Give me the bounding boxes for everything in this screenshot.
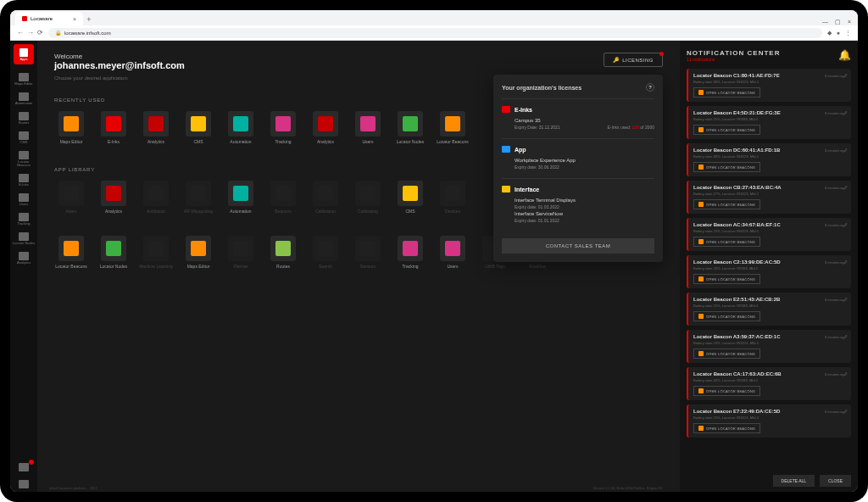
app-tile[interactable]: Tracking — [393, 236, 427, 270]
notification-card: ×Locator Beacon E7:22:49:DA:CE:5D3 minut… — [687, 404, 851, 438]
close-icon[interactable]: × — [844, 408, 848, 413]
app-glyph-icon — [233, 186, 248, 201]
notification-time: 3 minutes ago — [825, 410, 846, 414]
app-tile[interactable]: Automation — [224, 181, 258, 215]
contact-sales-button[interactable]: CONTACT SALES TEAM — [502, 238, 654, 254]
sidebar-item[interactable]: Locator Nodes — [12, 229, 36, 248]
app-tile[interactable]: Maps Editor — [54, 111, 88, 145]
beacon-icon — [698, 127, 704, 132]
app-tile[interactable]: CMS — [393, 181, 427, 215]
notification-meta: Battery state 26%, Location: RO333, Mfd … — [693, 266, 846, 271]
browser-tab[interactable]: Locaware × — [15, 12, 83, 25]
url-field[interactable]: 🔒 locaware.infsoft.com — [48, 28, 822, 38]
close-icon[interactable]: × — [844, 184, 848, 189]
tab-close-icon[interactable]: × — [73, 16, 76, 22]
app-tile[interactable]: Users — [436, 236, 470, 270]
close-icon[interactable]: × — [844, 147, 848, 152]
close-panel-button[interactable]: CLOSE — [820, 475, 851, 487]
app-tile[interactable]: Automation — [224, 111, 258, 145]
close-icon[interactable]: × — [844, 259, 848, 264]
sidebar-item[interactable]: Users — [12, 190, 36, 209]
app-tile[interactable]: Locator Nodes — [393, 111, 427, 145]
close-icon[interactable]: × — [844, 109, 848, 114]
open-locator-button[interactable]: OPEN LOCATOR BEACONS — [693, 274, 760, 284]
sidebar-item[interactable]: Maps Editor — [12, 70, 36, 89]
sidebar-item[interactable]: CMS — [12, 128, 36, 148]
open-locator-button[interactable]: OPEN LOCATOR BEACONS — [693, 199, 760, 209]
extensions-icon[interactable]: ◆ — [827, 30, 832, 36]
app-tile[interactable]: Locator Beacons — [54, 236, 88, 270]
close-icon[interactable]: × — [844, 333, 848, 338]
app-tile-label: Machine Learning — [139, 265, 173, 270]
open-locator-button[interactable]: OPEN LOCATOR BEACONS — [693, 311, 760, 321]
sidebar-item[interactable]: Routes — [12, 109, 36, 128]
app-tile[interactable]: Analytics — [97, 181, 131, 215]
app-tile[interactable]: Tracking — [266, 111, 300, 145]
app-tile-label: Users — [362, 140, 373, 145]
app-tile[interactable]: Maps Editor — [181, 236, 215, 270]
close-window-icon[interactable]: × — [848, 19, 851, 25]
sidebar-apps-button[interactable]: Apps — [14, 44, 34, 64]
app-tile[interactable]: Analytics — [139, 111, 173, 145]
app-tile[interactable]: E-Inks — [97, 111, 131, 145]
app-tile-icon-bg — [313, 181, 338, 206]
app-glyph-icon — [64, 116, 79, 131]
notification-card: ×Locator Beacon E4:5D:21:DE:FG:3E3 minut… — [687, 106, 851, 139]
sidebar-item[interactable]: E-Inks — [12, 170, 36, 190]
notification-panel: NOTIFICATION CENTER 11 notifications 🔔 ×… — [680, 41, 858, 492]
app-tile[interactable]: Analytics — [309, 111, 342, 145]
app-tile[interactable]: Routes — [266, 236, 300, 270]
app-tile[interactable]: Calibrating — [351, 181, 385, 215]
beacon-icon — [698, 202, 704, 207]
sidebar-notifications[interactable] — [12, 460, 36, 475]
new-tab-button[interactable]: + — [83, 14, 95, 25]
app-tile[interactable]: Planner — [224, 236, 258, 270]
app-tile[interactable]: Alarm — [54, 181, 88, 215]
app-tile-icon-bg — [313, 236, 338, 261]
sidebar-item-label: Locator Nodes — [13, 242, 35, 245]
close-icon[interactable]: × — [844, 221, 848, 226]
bell-icon[interactable]: 🔔 — [838, 49, 851, 61]
app-tile[interactable]: Machine Learning — [139, 236, 173, 270]
sidebar-settings[interactable] — [12, 477, 36, 492]
open-locator-button[interactable]: OPEN LOCATOR BEACONS — [693, 349, 760, 359]
sidebar-item[interactable]: Automation — [12, 89, 36, 109]
sidebar-item[interactable]: Locator Beacons — [12, 148, 36, 170]
open-locator-button[interactable]: OPEN LOCATOR BEACONS — [693, 386, 760, 396]
app-tile[interactable]: Sensors — [351, 236, 385, 270]
delete-all-button[interactable]: DELETE ALL — [773, 475, 815, 487]
open-locator-button[interactable]: OPEN LOCATOR BEACONS — [693, 125, 760, 135]
back-icon[interactable]: ← — [17, 29, 24, 36]
open-locator-button[interactable]: OPEN LOCATOR BEACONS — [693, 423, 760, 433]
app-tile-icon-bg — [143, 111, 169, 137]
app-tile[interactable]: Search — [309, 236, 342, 270]
minimize-icon[interactable]: — — [822, 19, 828, 25]
close-icon[interactable]: × — [844, 296, 848, 301]
licensing-button[interactable]: 🔑 LICENSING — [604, 53, 663, 67]
forward-icon[interactable]: → — [27, 29, 34, 36]
app-tile[interactable]: Locator Nodes — [97, 236, 131, 270]
reload-icon[interactable]: ⟳ — [37, 29, 43, 36]
app-tile[interactable]: Calibration — [309, 181, 342, 215]
app-tile[interactable]: Locator Beacons — [436, 111, 470, 145]
app-tile[interactable]: AR Wayguiding — [181, 181, 215, 215]
app-tile-label: Beacons — [275, 209, 291, 215]
sidebar-item[interactable]: Analytics — [12, 248, 36, 268]
app-tile[interactable]: Devices — [436, 181, 470, 215]
app-tile-label: Analytics — [105, 209, 122, 215]
app-tile[interactable]: Users — [351, 111, 385, 145]
open-locator-button[interactable]: OPEN LOCATOR BEACONS — [693, 87, 760, 98]
app-tile[interactable]: Antibacon — [139, 181, 173, 215]
help-icon[interactable]: ? — [646, 83, 654, 92]
tab-favicon-icon — [22, 16, 27, 21]
close-icon[interactable]: × — [844, 371, 848, 376]
sidebar-item[interactable]: Tracking — [12, 209, 36, 229]
app-tile[interactable]: CMS — [181, 111, 215, 145]
maximize-icon[interactable]: ▢ — [835, 19, 841, 25]
app-tile[interactable]: Beacons — [266, 181, 300, 215]
profile-icon[interactable]: ● — [837, 30, 840, 36]
close-icon[interactable]: × — [844, 72, 848, 77]
open-locator-button[interactable]: OPEN LOCATOR BEACONS — [693, 162, 760, 172]
menu-icon[interactable]: ⋮ — [845, 30, 851, 36]
open-locator-button[interactable]: OPEN LOCATOR BEACONS — [693, 237, 760, 247]
